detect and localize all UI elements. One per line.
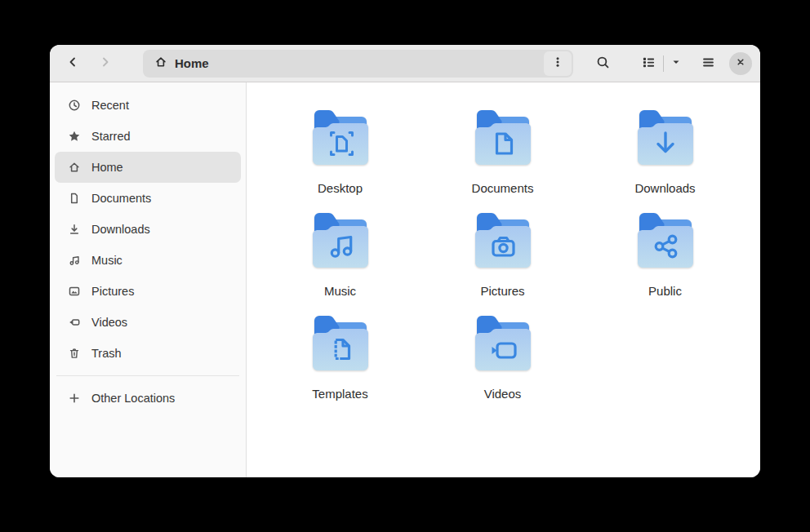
path-menu-button[interactable] xyxy=(544,51,572,76)
trash-icon xyxy=(68,347,81,360)
chevron-down-icon xyxy=(670,56,682,70)
forward-button[interactable] xyxy=(92,51,118,77)
sidebar: Recent Starred Home Documents Downloads … xyxy=(50,82,247,477)
file-label: Templates xyxy=(312,387,367,401)
search-icon xyxy=(596,55,610,72)
file-item-documents[interactable]: Documents xyxy=(421,107,584,195)
chevron-right-icon xyxy=(99,55,112,71)
file-label: Public xyxy=(648,284,682,298)
download-icon xyxy=(68,223,81,236)
file-item-templates[interactable]: Templates xyxy=(259,313,421,401)
download-emblem xyxy=(633,107,698,172)
document-emblem xyxy=(470,107,536,172)
sidebar-item-videos[interactable]: Videos xyxy=(55,307,241,338)
document-icon xyxy=(68,192,81,205)
chevron-left-icon xyxy=(66,55,79,71)
video-emblem xyxy=(470,313,536,378)
files-window: Home xyxy=(50,45,760,477)
location-label: Home xyxy=(175,56,209,70)
star-icon xyxy=(68,130,81,143)
sidebar-list: Recent Starred Home Documents Downloads … xyxy=(55,90,241,369)
home-icon xyxy=(68,161,81,174)
sidebar-item-home[interactable]: Home xyxy=(55,152,241,183)
sidebar-item-label: Other Locations xyxy=(91,392,175,405)
home-icon xyxy=(154,55,167,72)
sidebar-item-music[interactable]: Music xyxy=(55,245,241,276)
camera-emblem xyxy=(470,210,536,275)
list-view-button[interactable] xyxy=(635,51,661,77)
file-grid: Desktop Documents Downloads Music Pictur… xyxy=(259,107,760,401)
desktop-emblem xyxy=(308,107,373,172)
search-button[interactable] xyxy=(590,51,616,77)
recent-clock-icon xyxy=(68,99,81,112)
desktop-background: Home xyxy=(0,0,810,532)
back-button[interactable] xyxy=(60,51,86,77)
share-emblem xyxy=(633,210,698,275)
file-label: Pictures xyxy=(480,284,524,298)
picture-icon xyxy=(68,285,81,298)
path-bar[interactable]: Home xyxy=(143,50,573,78)
sidebar-item-other-locations[interactable]: Other Locations xyxy=(55,383,241,414)
view-options-button[interactable] xyxy=(665,51,687,77)
file-item-music[interactable]: Music xyxy=(259,210,421,298)
file-label: Downloads xyxy=(634,181,695,195)
sidebar-item-recent[interactable]: Recent xyxy=(55,90,241,121)
video-camera-icon xyxy=(68,316,81,329)
headerbar: Home xyxy=(50,45,760,82)
file-label: Videos xyxy=(484,387,522,401)
file-label: Desktop xyxy=(318,181,363,195)
hamburger-menu-icon xyxy=(701,55,715,72)
plus-icon xyxy=(68,392,81,405)
close-window-button[interactable] xyxy=(729,52,752,75)
close-icon xyxy=(735,56,746,70)
kebab-menu-icon xyxy=(551,55,564,71)
current-location[interactable]: Home xyxy=(143,55,542,72)
view-toggle-split-button xyxy=(635,51,687,77)
music-emblem xyxy=(308,210,373,275)
sidebar-item-documents[interactable]: Documents xyxy=(55,183,241,214)
sidebar-item-starred[interactable]: Starred xyxy=(55,121,241,152)
main-menu-button[interactable] xyxy=(695,51,721,77)
template-emblem xyxy=(308,313,373,378)
file-item-public[interactable]: Public xyxy=(584,210,746,298)
file-label: Music xyxy=(324,284,356,298)
sidebar-item-downloads[interactable]: Downloads xyxy=(55,214,241,245)
file-item-desktop[interactable]: Desktop xyxy=(259,107,421,195)
sidebar-item-trash[interactable]: Trash xyxy=(55,338,241,369)
file-view[interactable]: Desktop Documents Downloads Music Pictur… xyxy=(247,82,760,477)
list-view-icon xyxy=(642,55,656,72)
file-item-videos[interactable]: Videos xyxy=(421,313,584,401)
split-divider xyxy=(663,55,664,72)
file-item-downloads[interactable]: Downloads xyxy=(584,107,746,195)
music-note-icon xyxy=(68,254,81,267)
sidebar-item-pictures[interactable]: Pictures xyxy=(55,276,241,307)
sidebar-divider xyxy=(56,375,239,376)
file-item-pictures[interactable]: Pictures xyxy=(421,210,584,298)
file-label: Documents xyxy=(472,181,534,195)
